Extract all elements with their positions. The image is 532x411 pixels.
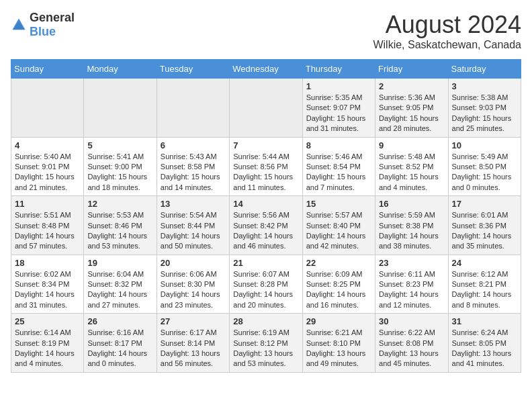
calendar-cell: 11Sunrise: 5:51 AMSunset: 8:48 PMDayligh…	[11, 196, 84, 255]
calendar-header-sunday: Sunday	[11, 60, 84, 79]
day-number: 14	[233, 199, 298, 209]
day-info: Sunrise: 5:46 AMSunset: 8:54 PMDaylight:…	[306, 152, 371, 193]
day-number: 20	[161, 258, 226, 268]
calendar-cell: 2Sunrise: 5:36 AMSunset: 9:05 PMDaylight…	[375, 79, 448, 138]
day-info: Sunrise: 5:54 AMSunset: 8:44 PMDaylight:…	[161, 210, 226, 252]
day-number: 9	[379, 140, 444, 150]
calendar-cell	[230, 79, 302, 138]
day-info: Sunrise: 6:16 AMSunset: 8:17 PMDaylight:…	[87, 328, 152, 369]
day-info: Sunrise: 5:41 AMSunset: 9:00 PMDaylight:…	[87, 152, 152, 193]
day-number: 18	[15, 258, 80, 268]
day-number: 29	[306, 316, 371, 326]
day-number: 8	[306, 140, 371, 150]
calendar-cell: 20Sunrise: 6:06 AMSunset: 8:30 PMDayligh…	[157, 255, 229, 314]
calendar-cell: 6Sunrise: 5:43 AMSunset: 8:58 PMDaylight…	[157, 137, 229, 196]
logo-text: General Blue	[30, 11, 75, 39]
calendar-cell	[11, 79, 84, 138]
day-info: Sunrise: 6:14 AMSunset: 8:19 PMDaylight:…	[15, 328, 80, 369]
logo-general: General	[30, 11, 75, 24]
day-info: Sunrise: 6:17 AMSunset: 8:14 PMDaylight:…	[161, 328, 226, 369]
day-info: Sunrise: 6:07 AMSunset: 8:28 PMDaylight:…	[233, 269, 298, 311]
logo-icon	[11, 17, 27, 33]
day-info: Sunrise: 6:24 AMSunset: 8:05 PMDaylight:…	[452, 328, 517, 369]
day-info: Sunrise: 5:59 AMSunset: 8:38 PMDaylight:…	[379, 210, 444, 252]
day-number: 6	[161, 140, 226, 150]
calendar-cell: 23Sunrise: 6:11 AMSunset: 8:23 PMDayligh…	[375, 255, 448, 314]
day-info: Sunrise: 5:40 AMSunset: 9:01 PMDaylight:…	[15, 152, 80, 193]
day-info: Sunrise: 6:21 AMSunset: 8:10 PMDaylight:…	[306, 328, 371, 369]
day-number: 13	[161, 199, 226, 209]
calendar-header-thursday: Thursday	[302, 60, 375, 79]
calendar-table: SundayMondayTuesdayWednesdayThursdayFrid…	[11, 59, 521, 373]
svg-marker-1	[13, 21, 25, 30]
calendar-cell: 17Sunrise: 6:01 AMSunset: 8:36 PMDayligh…	[448, 196, 521, 255]
day-number: 21	[233, 258, 298, 268]
day-number: 4	[15, 140, 80, 150]
calendar-cell: 28Sunrise: 6:19 AMSunset: 8:12 PMDayligh…	[230, 314, 302, 373]
day-info: Sunrise: 5:36 AMSunset: 9:05 PMDaylight:…	[379, 93, 444, 134]
day-info: Sunrise: 5:56 AMSunset: 8:42 PMDaylight:…	[233, 210, 298, 252]
calendar-week-row: 4Sunrise: 5:40 AMSunset: 9:01 PMDaylight…	[11, 137, 521, 196]
day-number: 17	[452, 199, 517, 209]
day-number: 19	[87, 258, 152, 268]
day-info: Sunrise: 5:44 AMSunset: 8:56 PMDaylight:…	[233, 152, 298, 193]
calendar-cell: 16Sunrise: 5:59 AMSunset: 8:38 PMDayligh…	[375, 196, 448, 255]
day-info: Sunrise: 6:19 AMSunset: 8:12 PMDaylight:…	[233, 328, 298, 369]
day-number: 26	[87, 316, 152, 326]
calendar-cell: 4Sunrise: 5:40 AMSunset: 9:01 PMDaylight…	[11, 137, 84, 196]
day-number: 12	[87, 199, 152, 209]
day-number: 15	[306, 199, 371, 209]
calendar-cell: 30Sunrise: 6:22 AMSunset: 8:08 PMDayligh…	[375, 314, 448, 373]
calendar-cell: 27Sunrise: 6:17 AMSunset: 8:14 PMDayligh…	[157, 314, 229, 373]
calendar-cell: 13Sunrise: 5:54 AMSunset: 8:44 PMDayligh…	[157, 196, 229, 255]
calendar-cell: 22Sunrise: 6:09 AMSunset: 8:25 PMDayligh…	[302, 255, 375, 314]
day-number: 30	[379, 316, 444, 326]
calendar-header-saturday: Saturday	[448, 60, 521, 79]
calendar-header-monday: Monday	[84, 60, 157, 79]
day-info: Sunrise: 6:09 AMSunset: 8:25 PMDaylight:…	[306, 269, 371, 311]
title-area: August 2024 Wilkie, Saskatchewan, Canada	[373, 11, 521, 51]
day-number: 1	[306, 81, 371, 91]
calendar-cell: 5Sunrise: 5:41 AMSunset: 9:00 PMDaylight…	[84, 137, 157, 196]
calendar-header-tuesday: Tuesday	[157, 60, 229, 79]
day-number: 10	[452, 140, 517, 150]
calendar-cell: 29Sunrise: 6:21 AMSunset: 8:10 PMDayligh…	[302, 314, 375, 373]
calendar-header-friday: Friday	[375, 60, 448, 79]
day-info: Sunrise: 6:01 AMSunset: 8:36 PMDaylight:…	[452, 210, 517, 252]
calendar-cell: 15Sunrise: 5:57 AMSunset: 8:40 PMDayligh…	[302, 196, 375, 255]
day-number: 31	[452, 316, 517, 326]
calendar-cell: 3Sunrise: 5:38 AMSunset: 9:03 PMDaylight…	[448, 79, 521, 138]
day-number: 23	[379, 258, 444, 268]
day-info: Sunrise: 5:49 AMSunset: 8:50 PMDaylight:…	[452, 152, 517, 193]
calendar-cell: 21Sunrise: 6:07 AMSunset: 8:28 PMDayligh…	[230, 255, 302, 314]
day-number: 27	[161, 316, 226, 326]
calendar-header-row: SundayMondayTuesdayWednesdayThursdayFrid…	[11, 60, 521, 79]
calendar-cell: 9Sunrise: 5:48 AMSunset: 8:52 PMDaylight…	[375, 137, 448, 196]
day-info: Sunrise: 5:48 AMSunset: 8:52 PMDaylight:…	[379, 152, 444, 193]
calendar-cell: 1Sunrise: 5:35 AMSunset: 9:07 PMDaylight…	[302, 79, 375, 138]
calendar-cell: 26Sunrise: 6:16 AMSunset: 8:17 PMDayligh…	[84, 314, 157, 373]
calendar-cell: 14Sunrise: 5:56 AMSunset: 8:42 PMDayligh…	[230, 196, 302, 255]
calendar-cell: 8Sunrise: 5:46 AMSunset: 8:54 PMDaylight…	[302, 137, 375, 196]
calendar-cell	[157, 79, 229, 138]
day-info: Sunrise: 5:35 AMSunset: 9:07 PMDaylight:…	[306, 93, 371, 134]
day-info: Sunrise: 5:38 AMSunset: 9:03 PMDaylight:…	[452, 93, 517, 134]
calendar-week-row: 11Sunrise: 5:51 AMSunset: 8:48 PMDayligh…	[11, 196, 521, 255]
day-number: 3	[452, 81, 517, 91]
day-number: 11	[15, 199, 80, 209]
calendar-cell: 7Sunrise: 5:44 AMSunset: 8:56 PMDaylight…	[230, 137, 302, 196]
day-number: 7	[233, 140, 298, 150]
day-info: Sunrise: 6:06 AMSunset: 8:30 PMDaylight:…	[161, 269, 226, 311]
day-number: 28	[233, 316, 298, 326]
calendar-cell	[84, 79, 157, 138]
logo: General Blue	[11, 11, 75, 39]
calendar-cell: 12Sunrise: 5:53 AMSunset: 8:46 PMDayligh…	[84, 196, 157, 255]
day-number: 24	[452, 258, 517, 268]
day-number: 25	[15, 316, 80, 326]
calendar-cell: 19Sunrise: 6:04 AMSunset: 8:32 PMDayligh…	[84, 255, 157, 314]
day-number: 16	[379, 199, 444, 209]
calendar-cell: 24Sunrise: 6:12 AMSunset: 8:21 PMDayligh…	[448, 255, 521, 314]
calendar-cell: 10Sunrise: 5:49 AMSunset: 8:50 PMDayligh…	[448, 137, 521, 196]
day-info: Sunrise: 6:02 AMSunset: 8:34 PMDaylight:…	[15, 269, 80, 311]
day-info: Sunrise: 6:11 AMSunset: 8:23 PMDaylight:…	[379, 269, 444, 311]
